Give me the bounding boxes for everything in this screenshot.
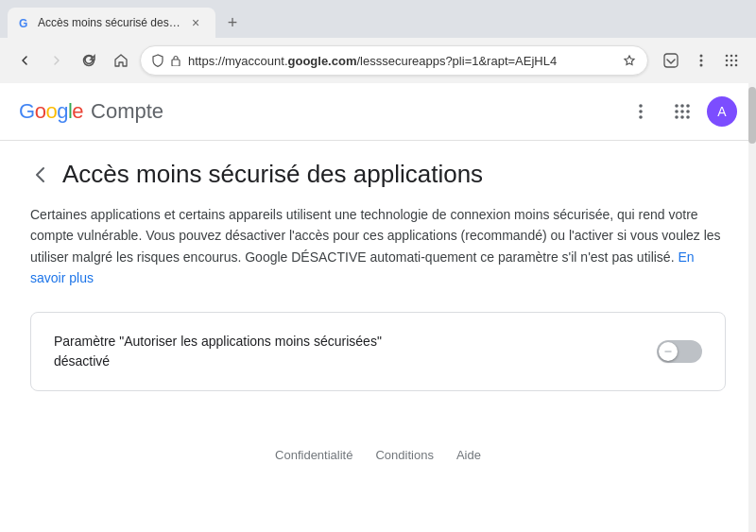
home-button[interactable] — [108, 47, 134, 74]
svg-point-8 — [735, 55, 738, 58]
main-content: Accès moins sécurisé des applications Ce… — [0, 141, 756, 511]
svg-point-25 — [680, 115, 684, 119]
page-description: Certaines applications et certains appar… — [30, 204, 726, 289]
page-header: Accès moins sécurisé des applications — [30, 141, 726, 204]
svg-point-10 — [730, 60, 733, 62]
toggle-track[interactable] — [657, 340, 702, 363]
toggle-label-line2: désactivé — [54, 352, 382, 371]
back-button[interactable] — [11, 47, 38, 74]
logo-e: e — [72, 99, 83, 123]
svg-point-22 — [680, 110, 684, 113]
logo-o2: o — [45, 99, 57, 123]
active-tab: G Accès moins sécurisé des applic... × — [8, 8, 215, 38]
svg-point-26 — [686, 115, 690, 119]
learn-more-link[interactable]: En savoir plus — [30, 249, 695, 285]
svg-point-21 — [675, 110, 679, 113]
conditions-link[interactable]: Conditions — [375, 448, 433, 462]
extensions-button[interactable] — [718, 47, 745, 74]
forward-button[interactable] — [43, 47, 70, 74]
extensions-icon — [723, 52, 740, 69]
vertical-dots-icon — [631, 102, 650, 121]
page-content: Google Compte — [0, 83, 756, 532]
svg-point-11 — [735, 60, 738, 62]
pocket-button[interactable] — [658, 47, 684, 74]
security-shield-icon — [152, 54, 163, 67]
browser-menu-button[interactable] — [688, 47, 714, 74]
footer: Confidentialité Conditions Aide — [30, 429, 726, 481]
apps-button[interactable] — [665, 94, 699, 129]
tab-title: Accès moins sécurisé des applic... — [38, 16, 181, 29]
url-domain: google.com — [288, 54, 357, 68]
toggle-card: Paramètre "Autoriser les applications mo… — [30, 312, 726, 391]
svg-point-4 — [700, 60, 703, 62]
reload-button[interactable] — [76, 47, 102, 74]
address-bar[interactable]: https://myaccount.google.com/lesssecurea… — [140, 45, 648, 76]
tab-close-button[interactable]: × — [187, 14, 204, 31]
svg-point-24 — [675, 115, 679, 119]
lock-icon — [171, 55, 180, 66]
toggle-label: Paramètre "Autoriser les applications mo… — [54, 332, 382, 371]
header-menu-button[interactable] — [624, 94, 658, 129]
svg-point-20 — [686, 104, 690, 108]
privacy-link[interactable]: Confidentialité — [275, 448, 352, 462]
logo-G: G — [19, 99, 35, 123]
scrollbar-track[interactable] — [748, 83, 756, 532]
svg-rect-1 — [172, 60, 180, 66]
compte-label: Compte — [91, 99, 163, 124]
google-header: Google Compte — [0, 83, 756, 141]
svg-point-7 — [730, 55, 733, 58]
nav-extra-icons — [658, 47, 745, 74]
scrollbar-thumb[interactable] — [748, 87, 756, 144]
url-text: https://myaccount.google.com/lesssecurea… — [188, 54, 615, 68]
logo-g: g — [57, 99, 68, 123]
help-link[interactable]: Aide — [456, 448, 481, 462]
navigation-bar: https://myaccount.google.com/lesssecurea… — [0, 38, 756, 83]
toggle-thumb — [659, 342, 678, 361]
svg-point-15 — [639, 104, 643, 108]
logo-o1: o — [35, 99, 46, 123]
svg-point-14 — [735, 64, 738, 67]
svg-point-13 — [730, 64, 733, 67]
page-back-button[interactable] — [30, 164, 51, 185]
svg-point-3 — [700, 55, 703, 58]
tab-favicon: G — [19, 16, 32, 29]
tab-bar: G Accès moins sécurisé des applic... × + — [0, 0, 756, 38]
svg-point-17 — [639, 115, 643, 119]
svg-rect-2 — [664, 54, 678, 67]
svg-point-5 — [700, 64, 703, 67]
svg-text:G: G — [19, 17, 27, 29]
toggle-label-line1: Paramètre "Autoriser les applications mo… — [54, 332, 382, 352]
toggle-switch[interactable] — [657, 340, 702, 363]
svg-point-9 — [726, 60, 729, 62]
svg-point-16 — [639, 110, 643, 113]
logo-letters: Google — [19, 99, 83, 124]
new-tab-button[interactable]: + — [219, 9, 246, 36]
bookmark-star-icon[interactable] — [623, 54, 636, 67]
apps-grid-icon — [673, 102, 692, 121]
svg-point-6 — [726, 55, 729, 58]
svg-point-19 — [680, 104, 684, 108]
header-actions: A — [624, 94, 737, 129]
page-title: Accès moins sécurisé des applications — [62, 160, 483, 189]
svg-point-18 — [675, 104, 679, 108]
google-logo: Google Compte — [19, 99, 163, 124]
svg-point-12 — [726, 64, 729, 67]
menu-dots-icon — [693, 52, 710, 69]
svg-point-23 — [686, 110, 690, 113]
avatar[interactable]: A — [707, 96, 737, 127]
browser-chrome: G Accès moins sécurisé des applic... × + — [0, 0, 756, 83]
